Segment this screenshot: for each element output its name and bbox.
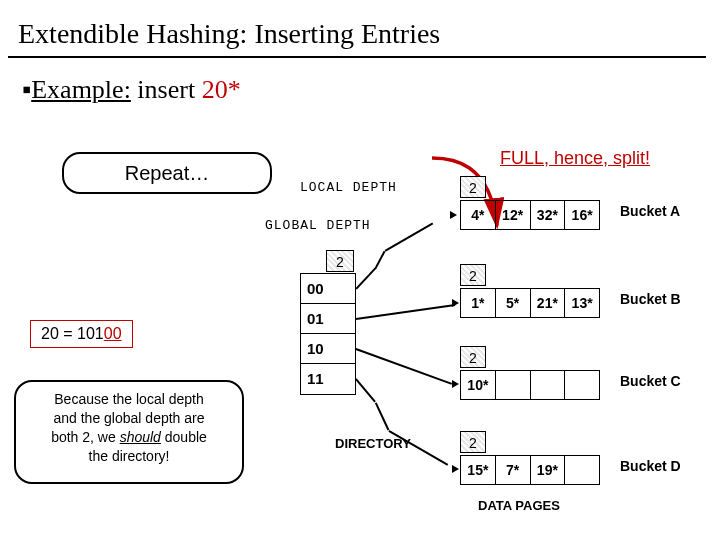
- bucket-b-local-depth: 2: [460, 264, 486, 286]
- bucket-c-slot: 10*: [461, 371, 496, 399]
- bucket-b-slot: 1*: [461, 289, 496, 317]
- bucket-c: 10*: [460, 370, 600, 400]
- bucket-c-label: Bucket C: [620, 373, 681, 389]
- because-line: Because the local depth: [54, 391, 203, 407]
- full-split-label: FULL, hence, split!: [500, 148, 650, 169]
- bucket-d: 15* 7* 19*: [460, 455, 600, 485]
- directory-entry-11: 11: [301, 364, 355, 394]
- bucket-b-slot: 5*: [496, 289, 531, 317]
- binary-suffix: 00: [104, 325, 122, 342]
- global-depth-label: GLOBAL DEPTH: [265, 218, 371, 233]
- because-line: double: [161, 429, 207, 445]
- bucket-b-slot: 13*: [565, 289, 599, 317]
- data-pages-caption: DATA PAGES: [478, 498, 560, 513]
- example-prefix: Example:: [31, 75, 131, 104]
- bucket-a-slot: 4*: [461, 201, 496, 229]
- binary-prefix: 20 = 101: [41, 325, 104, 342]
- because-line: both 2, we: [51, 429, 120, 445]
- bucket-b-slot: 21*: [531, 289, 566, 317]
- example-action: insert: [137, 75, 195, 104]
- directory-entry-01: 01: [301, 304, 355, 334]
- bucket-d-local-depth: 2: [460, 431, 486, 453]
- bucket-b-label: Bucket B: [620, 291, 681, 307]
- global-depth-box: 2: [326, 250, 354, 272]
- directory-entry-00: 00: [301, 274, 355, 304]
- bucket-a-local-depth: 2: [460, 176, 486, 198]
- because-line: and the global depth are: [53, 410, 204, 426]
- bucket-d-slot: 15*: [461, 456, 496, 484]
- directory: 00 01 10 11: [300, 273, 356, 395]
- slide-title: Extendible Hashing: Inserting Entries: [8, 0, 706, 58]
- example-value: 20*: [202, 75, 241, 104]
- because-should: should: [120, 429, 161, 445]
- bucket-a-slot: 12*: [496, 201, 531, 229]
- bucket-a-slot: 16*: [565, 201, 599, 229]
- repeat-callout: Repeat…: [62, 152, 272, 194]
- local-depth-label: LOCAL DEPTH: [300, 180, 397, 195]
- bucket-c-local-depth: 2: [460, 346, 486, 368]
- bucket-a-label: Bucket A: [620, 203, 680, 219]
- directory-caption: DIRECTORY: [335, 436, 411, 451]
- bucket-c-slot: [496, 371, 531, 399]
- bucket-a: 4* 12* 32* 16*: [460, 200, 600, 230]
- bucket-d-slot: [565, 456, 599, 484]
- bucket-b: 1* 5* 21* 13*: [460, 288, 600, 318]
- bucket-d-label: Bucket D: [620, 458, 681, 474]
- because-line: the directory!: [89, 448, 170, 464]
- directory-entry-10: 10: [301, 334, 355, 364]
- bucket-d-slot: 19*: [531, 456, 566, 484]
- example-heading: ▪Example: insert 20*: [0, 58, 720, 105]
- bucket-a-slot: 32*: [531, 201, 566, 229]
- bucket-d-slot: 7*: [496, 456, 531, 484]
- bucket-c-slot: [565, 371, 599, 399]
- bucket-c-slot: [531, 371, 566, 399]
- binary-representation: 20 = 10100: [30, 320, 133, 348]
- because-callout: Because the local depth and the global d…: [14, 380, 244, 484]
